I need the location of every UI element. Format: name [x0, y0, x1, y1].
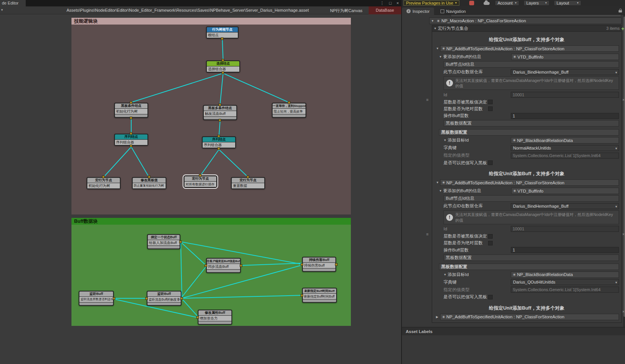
- asset-labels-header[interactable]: Asset Labels: [402, 327, 625, 335]
- node-port[interactable]: [301, 263, 303, 266]
- skill-block-panel-header[interactable]: 技能逻辑块: [71, 18, 351, 25]
- node-port[interactable]: [247, 176, 249, 178]
- action-object-row[interactable]: ✳NP_AddBuffToSpecifiedUnitAction : NP_Cl…: [440, 314, 619, 320]
- checkbox[interactable]: [488, 234, 493, 239]
- graph-node[interactable]: 选择结点选择组合器: [206, 60, 240, 72]
- foldout-icon[interactable]: ▼: [434, 27, 438, 30]
- node-port[interactable]: [130, 117, 132, 119]
- target-id-object[interactable]: ✳NP_BlackBoardRelationData: [511, 271, 619, 278]
- graph-node[interactable]: 黑板多条件结点触发流血Buff: [203, 105, 237, 120]
- window-close-icon[interactable]: ×: [397, 0, 399, 6]
- node-port[interactable]: [130, 132, 132, 135]
- buff-info-object[interactable]: ✳VTD_BuffInfo: [511, 54, 619, 60]
- window-menu-icon[interactable]: ⋮: [380, 0, 384, 6]
- node-port[interactable]: [221, 37, 223, 40]
- graph-node[interactable]: 宏行为节点重置数据: [231, 177, 265, 189]
- toolbar-caret-icon[interactable]: ▾: [1, 8, 3, 12]
- target-id-object[interactable]: ✳NP_BlackBoardRelationData: [511, 137, 619, 143]
- account-dropdown[interactable]: Account ▾: [495, 0, 519, 6]
- node-port[interactable]: [335, 263, 338, 266]
- node-port[interactable]: [199, 174, 202, 177]
- node-editor-window-tab[interactable]: de Editor: [0, 0, 26, 6]
- action-object-row[interactable]: ✳NP_AddBuffToSpecifiedUnitAction : NP_Cl…: [440, 45, 619, 52]
- node-port[interactable]: [148, 176, 150, 178]
- graph-node[interactable]: 宏行为节点对所有数据进行操作: [184, 176, 217, 188]
- database-button[interactable]: DataBase: [369, 6, 401, 14]
- node-port[interactable]: [113, 297, 115, 300]
- buff-layer-field[interactable]: 1: [511, 113, 619, 119]
- graph-node[interactable]: 黑板条件结点初始化行为树: [114, 103, 148, 118]
- node-id-dropdown[interactable]: Darius_BindHemorrhage_Buff▾: [511, 69, 619, 75]
- buff-info-object[interactable]: ✳VTD_BuffInfo: [511, 188, 619, 194]
- node-port[interactable]: [288, 101, 290, 104]
- action-object-row[interactable]: ✳NP_AddBuffToSpecifiedUnitAction : NP_Cl…: [440, 179, 619, 186]
- drag-handle-icon[interactable]: ≡: [426, 232, 431, 236]
- tab-inspector[interactable]: i Inspector: [402, 8, 434, 15]
- dict-key-dropdown[interactable]: Darius_QOutHitUnitIds▾: [511, 279, 619, 285]
- checkbox[interactable]: [488, 241, 493, 245]
- graph-node[interactable]: 往客户端发送Buff信息Buff同步流血Buff: [206, 258, 241, 273]
- graph-node[interactable]: 持续伤害Buff持续伤害Buff: [302, 257, 336, 272]
- checkbox[interactable]: [488, 295, 493, 299]
- node-port[interactable]: [145, 297, 148, 300]
- node-port[interactable]: [180, 297, 183, 300]
- buff-block-panel-header[interactable]: Buff数据块: [71, 218, 351, 225]
- foldout-icon[interactable]: ▶: [436, 315, 440, 319]
- checkbox[interactable]: [488, 160, 493, 165]
- scrollbar-track[interactable]: [623, 15, 625, 327]
- preview-packages-dropdown[interactable]: Preview Packages in Use ▾: [403, 0, 459, 6]
- foldout-icon[interactable]: ▼: [444, 139, 448, 142]
- node-port[interactable]: [240, 264, 242, 267]
- remove-item-button[interactable]: ×: [621, 97, 625, 102]
- node-port[interactable]: [217, 135, 220, 137]
- node-canvas[interactable]: 技能逻辑块Buff数据块行为树根节点根结点选择结点选择组合器黑板条件结点初始化行…: [0, 14, 401, 364]
- foldout-icon[interactable]: ▼: [431, 19, 435, 23]
- graph-node[interactable]: 修改黑板值防止重复初始化行为树: [132, 177, 166, 189]
- graph-node[interactable]: 宏行为节点初始化行为树: [87, 177, 121, 189]
- graph-node[interactable]: 修改属性Buff增加攻击力: [198, 310, 232, 325]
- graph-node[interactable]: 一直等待，直到Stopped阻止轮询，提高效率: [272, 103, 306, 118]
- remove-item-button[interactable]: ×: [621, 309, 625, 314]
- graph-node[interactable]: 序列结点序列组合器: [114, 134, 148, 146]
- checkbox[interactable]: [488, 100, 493, 104]
- graph-node[interactable]: 绑定一个状态Buff给敌人加流血Buff: [147, 234, 180, 249]
- node-port[interactable]: [196, 316, 199, 319]
- node-port[interactable]: [179, 241, 182, 243]
- graph-node[interactable]: 监听Buff监听流血Buff的触发事件: [147, 291, 181, 306]
- foldout-icon[interactable]: ▼: [439, 55, 443, 59]
- window-maximize-icon[interactable]: □: [389, 0, 392, 6]
- macro-action-row[interactable]: ▼ ✳ NP_MacroAction : NP_ClassForStoreAct…: [429, 17, 622, 24]
- lock-icon[interactable]: [619, 9, 622, 13]
- drag-handle-icon[interactable]: ≡: [426, 97, 431, 102]
- node-port[interactable]: [205, 264, 207, 267]
- foldout-icon[interactable]: ▼: [436, 181, 440, 184]
- foldout-icon[interactable]: ▼: [439, 189, 443, 193]
- add-item-button[interactable]: +: [621, 26, 624, 32]
- node-port[interactable]: [217, 147, 220, 150]
- cloud-icon[interactable]: [484, 2, 490, 5]
- node-port[interactable]: [222, 71, 224, 74]
- macro-list-header[interactable]: ▼ 宏行为节点集合 3 items: [432, 25, 622, 32]
- collab-icon[interactable]: [469, 1, 474, 5]
- node-port[interactable]: [219, 103, 221, 106]
- foldout-icon[interactable]: ▼: [444, 273, 448, 276]
- scrollbar-thumb[interactable]: [623, 17, 625, 317]
- node-port[interactable]: [219, 119, 221, 122]
- node-port[interactable]: [301, 294, 303, 297]
- node-port[interactable]: [102, 176, 105, 178]
- tab-navigation[interactable]: Navigation: [436, 8, 470, 15]
- graph-node[interactable]: 刷新指定Buff时间Buff刷新指定Buff时间Buff: [302, 288, 337, 303]
- node-port[interactable]: [130, 145, 132, 147]
- remove-item-button[interactable]: ×: [621, 232, 625, 236]
- node-port[interactable]: [222, 59, 224, 62]
- buff-layer-field[interactable]: 1: [511, 247, 619, 253]
- node-id-dropdown[interactable]: Darius_BindHemorrhage_Buff▾: [511, 203, 619, 209]
- graph-node[interactable]: 行为树根节点根结点: [206, 26, 239, 39]
- layout-dropdown[interactable]: Layout ▾: [554, 0, 581, 6]
- node-port[interactable]: [130, 101, 132, 104]
- graph-node[interactable]: 监听Buff监听流血层数是否到达5层: [79, 291, 114, 306]
- checkbox[interactable]: [488, 106, 493, 111]
- dict-key-dropdown[interactable]: NormalAttackUnitIds▾: [511, 145, 619, 151]
- foldout-icon[interactable]: ▼: [436, 47, 440, 50]
- graph-node[interactable]: 序列结点序列组合器: [202, 136, 236, 148]
